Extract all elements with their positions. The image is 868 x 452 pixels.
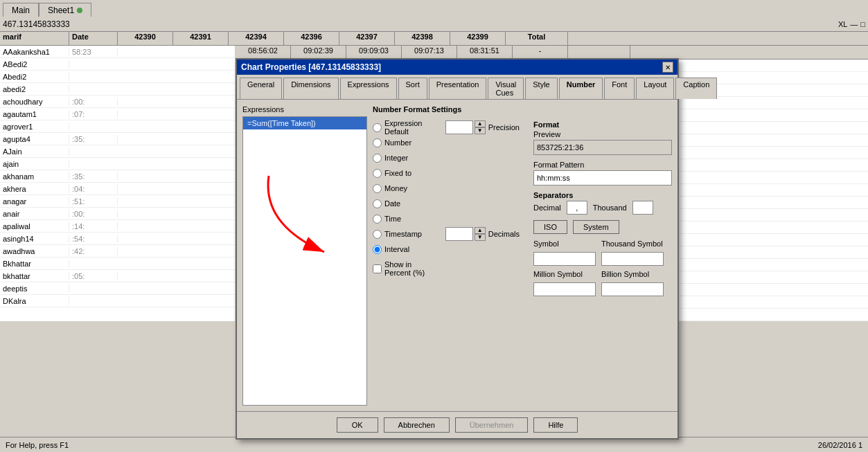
label-integer: Integer <box>384 154 408 162</box>
ok-button[interactable]: OK <box>337 417 378 433</box>
decimal-input[interactable] <box>567 201 587 215</box>
tab-general[interactable]: General <box>240 78 282 99</box>
format-label: Format <box>533 120 672 129</box>
tab-visual-cues[interactable]: Visual Cues <box>488 78 524 99</box>
dialog-footer: OK Abbrechen Übernehmen Hilfe <box>237 411 677 438</box>
format-pattern-input[interactable] <box>533 170 672 186</box>
million-billion-inputs-row <box>533 282 672 296</box>
iso-button[interactable]: ISO <box>533 220 567 234</box>
million-billion-label-row: Million Symbol Billion Symbol <box>533 270 672 278</box>
precision-down[interactable]: ▼ <box>475 127 486 134</box>
precision-spinner[interactable]: ▲ ▼ <box>475 120 486 134</box>
tab-style[interactable]: Style <box>525 78 557 99</box>
format-options: Expression Default Number Integer F <box>373 120 672 296</box>
symbol-inputs-row <box>533 252 672 266</box>
sheet-status-dot <box>77 8 82 13</box>
separators-label: Separators <box>533 191 672 199</box>
tab-sheet1-label: Sheet1 <box>48 6 74 15</box>
decimals-row: ▲ ▼ Decimals <box>445 227 520 241</box>
thousand-symbol-input[interactable] <box>601 252 664 266</box>
decimals-spinner[interactable]: ▲ ▼ <box>475 227 486 241</box>
radio-time[interactable]: Time <box>373 212 437 226</box>
system-button[interactable]: System <box>573 220 619 234</box>
billion-symbol-input[interactable] <box>601 282 664 296</box>
thousand-input[interactable] <box>632 201 653 215</box>
radio-number[interactable]: Number <box>373 136 437 150</box>
million-symbol-label: Million Symbol <box>533 270 596 278</box>
number-panel: Number Format Settings Expression Defaul… <box>373 105 672 406</box>
million-symbol-input[interactable] <box>533 282 596 296</box>
decimals-input[interactable] <box>445 227 473 241</box>
tab-caption[interactable]: Caption <box>675 78 717 99</box>
number-format-title: Number Format Settings <box>373 105 672 114</box>
format-right: Format Preview Format Pattern Separators… <box>533 120 672 296</box>
chart-properties-dialog: Chart Properties [467.13145833333] ✕ Gen… <box>236 58 679 440</box>
tab-sort[interactable]: Sort <box>398 78 427 99</box>
billion-symbol-label: Billion Symbol <box>601 270 664 278</box>
thousand-symbol-label: Thousand Symbol <box>601 239 664 248</box>
tab-main-label: Main <box>12 6 30 15</box>
decimals-down[interactable]: ▼ <box>475 234 486 241</box>
decimals-up[interactable]: ▲ <box>475 227 486 234</box>
tab-presentation[interactable]: Presentation <box>429 78 487 99</box>
ubernehmen-button[interactable]: Übernehmen <box>455 417 529 433</box>
precision-group: ▲ ▼ Precision ▲ ▼ <box>445 120 520 296</box>
symbol-input[interactable] <box>533 252 596 266</box>
tab-dimensions[interactable]: Dimensions <box>283 78 338 99</box>
expression-item[interactable]: =Sum([Time Taken]) <box>243 117 366 129</box>
label-fixed-to: Fixed to <box>384 169 411 177</box>
radio-timestamp[interactable]: Timestamp <box>373 227 437 241</box>
expressions-panel: Expressions =Sum([Time Taken]) <box>242 105 367 406</box>
label-timestamp: Timestamp <box>384 230 422 238</box>
symbol-label: Symbol <box>533 239 596 248</box>
hilfe-button[interactable]: Hilfe <box>533 417 578 433</box>
label-expression-default: Expression Default <box>384 119 437 136</box>
show-percent-checkbox[interactable] <box>373 264 382 273</box>
radio-fixed-to[interactable]: Fixed to <box>373 166 437 180</box>
radio-expression-default[interactable]: Expression Default <box>373 120 437 134</box>
radio-money[interactable]: Money <box>373 181 437 195</box>
symbol-row: Symbol Thousand Symbol <box>533 239 672 248</box>
abbrechen-button[interactable]: Abbrechen <box>384 417 450 433</box>
format-pattern-label: Format Pattern <box>533 161 672 169</box>
label-number: Number <box>384 138 411 147</box>
expressions-list: =Sum([Time Taken]) <box>242 116 367 406</box>
precision-input[interactable] <box>445 120 473 134</box>
show-percent-label: Show in Percent (%) <box>384 260 437 277</box>
symbols-grid: Symbol Thousand Symbol Million Symbol Bi… <box>533 239 672 296</box>
dialog-close-button[interactable]: ✕ <box>662 62 673 73</box>
tab-font[interactable]: Font <box>604 78 635 99</box>
decimal-label: Decimal <box>533 204 561 212</box>
precision-row: ▲ ▼ Precision <box>445 120 520 134</box>
tab-number[interactable]: Number <box>559 78 603 99</box>
dialog-title-bar: Chart Properties [467.13145833333] ✕ <box>237 60 677 75</box>
show-percent-row: Show in Percent (%) <box>373 260 437 277</box>
preview-input <box>533 140 672 155</box>
dialog-tabs: General Dimensions Expressions Sort Pres… <box>237 75 677 100</box>
decimals-label: Decimals <box>488 230 520 238</box>
separators-row: Decimal Thousand <box>533 201 672 215</box>
thousand-label: Thousand <box>593 204 627 212</box>
tab-bar: Main Sheet1 <box>0 0 868 17</box>
precision-label: Precision <box>488 123 520 132</box>
precision-up[interactable]: ▲ <box>475 120 486 127</box>
tab-expressions[interactable]: Expressions <box>340 78 397 99</box>
dialog-body: Expressions =Sum([Time Taken]) Number Fo… <box>237 100 677 411</box>
tab-sheet1[interactable]: Sheet1 <box>39 3 91 17</box>
radio-interval[interactable]: Interval <box>373 242 437 256</box>
dialog-title: Chart Properties [467.13145833333] <box>241 62 381 72</box>
radio-integer[interactable]: Integer <box>373 151 437 165</box>
label-interval: Interval <box>384 245 409 253</box>
dialog-overlay: Chart Properties [467.13145833333] ✕ Gen… <box>0 17 868 452</box>
iso-system-row: ISO System <box>533 220 672 234</box>
label-money: Money <box>384 184 407 192</box>
label-date: Date <box>384 199 400 208</box>
expressions-label: Expressions <box>242 105 367 114</box>
preview-label: Preview <box>533 130 672 138</box>
radio-date[interactable]: Date <box>373 197 437 210</box>
radio-group: Expression Default Number Integer F <box>373 120 437 296</box>
label-time: Time <box>384 215 401 223</box>
tab-main[interactable]: Main <box>3 3 39 17</box>
tab-layout[interactable]: Layout <box>636 78 674 99</box>
